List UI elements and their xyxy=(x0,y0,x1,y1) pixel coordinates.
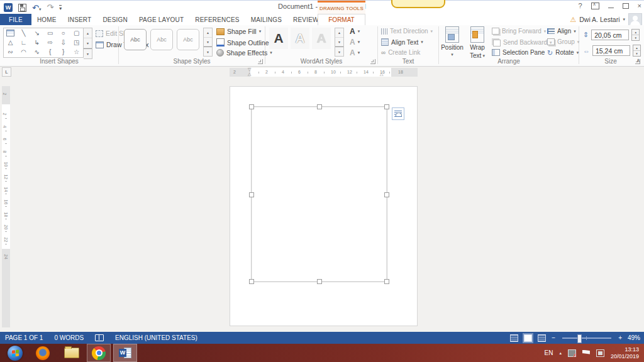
elbow-arrow-connector-icon[interactable]: ↳ xyxy=(30,38,43,47)
shape-height-input[interactable]: 20,05 cm xyxy=(591,30,629,40)
group-button[interactable]: Group ▾ xyxy=(547,38,579,45)
safely-remove-hardware-icon[interactable] xyxy=(568,349,576,357)
scribble-icon[interactable]: ∾ xyxy=(4,48,17,57)
shape-fill-button[interactable]: Shape Fill ▾ xyxy=(216,28,261,35)
selection-handle-e[interactable] xyxy=(384,192,389,197)
rectangle-icon[interactable]: ▭ xyxy=(43,28,57,38)
spin-down-icon[interactable]: ▾ xyxy=(632,35,639,40)
collapse-ribbon-icon[interactable]: ∧ xyxy=(636,57,640,63)
align-button[interactable]: Align ▾ xyxy=(547,28,576,35)
selection-handle-sw[interactable] xyxy=(249,279,254,284)
taskbar-firefox[interactable] xyxy=(33,344,53,362)
show-hidden-icons-icon[interactable]: ▴ xyxy=(559,351,562,356)
wordart-style-thumb-2[interactable]: A xyxy=(291,28,309,49)
zoom-level[interactable]: 49% xyxy=(628,334,640,341)
restore-button[interactable] xyxy=(623,3,629,9)
elbow-connector-icon[interactable]: ∟ xyxy=(17,38,30,47)
action-center-flag-icon[interactable] xyxy=(582,350,590,356)
account-area[interactable]: ⚠ Dwi A. Lestari ▾ xyxy=(570,14,642,25)
style-scroll-up-icon[interactable]: ▴ xyxy=(204,28,212,38)
tab-references[interactable]: REFERENCES xyxy=(189,14,245,25)
selection-handle-n[interactable] xyxy=(317,104,322,109)
wordart-scroll-down-icon[interactable]: ▾ xyxy=(335,38,343,47)
rotate-button[interactable]: ↻ Rotate ▾ xyxy=(547,49,579,56)
minimize-button[interactable] xyxy=(608,8,614,8)
hanging-indent-marker[interactable]: △ xyxy=(248,72,251,76)
read-mode-button[interactable] xyxy=(510,334,518,342)
wordart-dialog-launcher[interactable] xyxy=(370,59,375,64)
right-brace-icon[interactable]: } xyxy=(57,48,70,57)
language-indicator[interactable]: ENGLISH (UNITED STATES) xyxy=(115,334,197,341)
text-effects-button[interactable]: A ▾ xyxy=(350,49,360,57)
web-layout-button[interactable] xyxy=(538,334,546,342)
ribbon-display-options-button[interactable] xyxy=(591,3,599,9)
horizontal-ruler[interactable]: 2 18 ▽ △ △ 246810121416 xyxy=(230,68,418,77)
first-line-indent-marker[interactable]: ▽ xyxy=(248,67,251,72)
bring-forward-button[interactable]: Bring Forward ▾ xyxy=(492,28,546,35)
wordart-scroll-up-icon[interactable]: ▴ xyxy=(335,28,343,38)
shape-style-thumb-2[interactable]: Abc xyxy=(150,29,173,50)
zoom-slider-handle[interactable] xyxy=(577,334,582,343)
document-page[interactable] xyxy=(230,86,418,326)
print-layout-button[interactable] xyxy=(524,334,532,342)
width-spinner[interactable]: ▴▾ xyxy=(633,45,641,57)
tab-insert[interactable]: INSERT xyxy=(62,14,97,25)
snip-corner-rectangle-icon[interactable]: ◳ xyxy=(70,38,83,47)
selection-handle-ne[interactable] xyxy=(384,104,389,109)
text-box-icon[interactable] xyxy=(4,28,17,38)
word-count[interactable]: 0 WORDS xyxy=(54,334,84,341)
page-indicator[interactable]: PAGE 1 OF 1 xyxy=(5,334,43,341)
close-button[interactable]: × xyxy=(638,2,641,9)
network-status-icon[interactable] xyxy=(596,349,604,357)
gallery-more-icon[interactable]: ▾ xyxy=(84,48,92,58)
help-button[interactable]: ? xyxy=(578,2,582,9)
wordart-style-thumb-1[interactable]: A xyxy=(269,28,288,49)
spin-down-icon[interactable]: ▾ xyxy=(633,51,640,56)
left-brace-icon[interactable]: { xyxy=(43,48,57,57)
create-link-button[interactable]: ∞ Create Link xyxy=(381,49,420,56)
shape-effects-button[interactable]: Shape Effects ▾ xyxy=(216,49,272,57)
text-outline-button[interactable]: A ▾ xyxy=(350,38,360,46)
oval-icon[interactable]: ○ xyxy=(57,28,70,38)
proofing-icon[interactable] xyxy=(95,334,104,341)
selection-pane-button[interactable]: Selection Pane xyxy=(492,49,545,56)
taskbar-chrome[interactable] xyxy=(87,344,111,362)
down-arrow-icon[interactable]: ⇩ xyxy=(57,38,70,47)
shape-style-thumb-3[interactable]: Abc xyxy=(177,29,199,50)
right-arrow-icon[interactable]: ⇨ xyxy=(43,38,57,47)
layout-options-button[interactable] xyxy=(392,107,404,120)
selection-handle-s[interactable] xyxy=(317,279,322,284)
avatar[interactable] xyxy=(628,13,642,26)
shape-width-input[interactable]: 15,24 cm xyxy=(592,45,630,56)
wordart-more-icon[interactable]: ▾ xyxy=(335,47,343,56)
selection-handle-nw[interactable] xyxy=(249,104,254,109)
zoom-slider[interactable] xyxy=(562,337,611,339)
align-text-button[interactable]: Align Text ▾ xyxy=(381,38,423,46)
text-direction-button[interactable]: Text Direction ▾ xyxy=(381,28,433,35)
rounded-rectangle-icon[interactable]: ▢ xyxy=(70,28,83,38)
arc-icon[interactable]: ◠ xyxy=(17,48,30,57)
tab-format[interactable]: FORMAT xyxy=(318,14,365,25)
line-arrow-icon[interactable]: ↘ xyxy=(30,28,43,38)
star-icon[interactable]: ☆ xyxy=(70,48,83,57)
language-bar[interactable]: EN xyxy=(545,349,553,356)
zoom-in-button[interactable]: + xyxy=(618,334,622,341)
tab-design[interactable]: DESIGN xyxy=(97,14,133,25)
height-spinner[interactable]: ▴▾ xyxy=(631,29,640,41)
zoom-out-button[interactable]: − xyxy=(552,334,555,341)
isosceles-triangle-icon[interactable]: △ xyxy=(4,38,17,47)
selection-handle-se[interactable] xyxy=(384,279,389,284)
spin-up-icon[interactable]: ▴ xyxy=(632,30,639,35)
vertical-ruler[interactable]: 2 24 246810121416182022 xyxy=(2,86,10,327)
taskbar-word[interactable]: W xyxy=(113,344,137,362)
selected-text-box[interactable] xyxy=(251,106,387,282)
wordart-style-thumb-3[interactable]: A xyxy=(312,28,331,49)
taskbar-clock[interactable]: 13:13 20/01/2019 xyxy=(611,346,639,360)
line-icon[interactable]: ╲ xyxy=(17,28,30,38)
start-button[interactable] xyxy=(5,344,25,362)
tab-home[interactable]: HOME xyxy=(31,14,62,25)
curve-icon[interactable]: ∿ xyxy=(30,48,43,57)
tab-mailings[interactable]: MAILINGS xyxy=(245,14,287,25)
style-more-icon[interactable]: ▾ xyxy=(204,47,212,56)
tab-page-layout[interactable]: PAGE LAYOUT xyxy=(133,14,189,25)
